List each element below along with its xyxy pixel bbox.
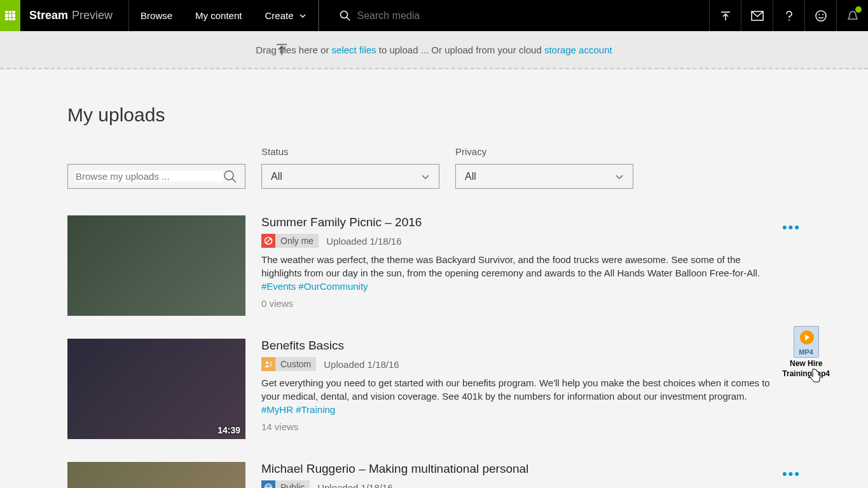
status-select[interactable]: All <box>261 164 439 189</box>
video-item: 14:39 Benefits Basics Custom Uploaded 1/… <box>67 339 801 439</box>
nav-mycontent[interactable]: My content <box>184 0 253 31</box>
waffle-icon <box>5 11 15 21</box>
uploaded-date: Uploaded 1/18/16 <box>317 482 392 489</box>
uploads-search[interactable] <box>67 164 245 189</box>
uploads-search-input[interactable] <box>76 171 223 182</box>
nav-create-label: Create <box>265 10 293 21</box>
search-icon <box>223 170 237 184</box>
privacy-value: All <box>465 171 476 182</box>
privacy-text: Only me <box>275 236 319 246</box>
nav: Browse My content Create <box>129 0 318 31</box>
privacy-text: Custom <box>275 359 316 369</box>
notifications-icon[interactable] <box>836 0 868 31</box>
video-desc-text: Get everything you need to get started w… <box>261 377 770 402</box>
select-files-link[interactable]: select files <box>332 44 376 55</box>
page-title: My uploads <box>67 104 801 126</box>
video-title[interactable]: Benefits Basics <box>261 339 775 353</box>
svg-line-1 <box>347 17 350 20</box>
storage-account-link[interactable]: storage account <box>544 44 612 55</box>
video-description: The weather was perfect, the theme was B… <box>261 253 775 293</box>
top-header: Stream Preview Browse My content Create <box>0 0 868 31</box>
help-icon[interactable] <box>773 0 804 31</box>
app-launcher[interactable] <box>0 0 20 31</box>
smiley-icon[interactable] <box>804 0 836 31</box>
status-label: Status <box>261 146 439 159</box>
privacy-filter: Privacy All <box>455 146 633 189</box>
privacy-label: Privacy <box>455 146 633 159</box>
privacy-public-icon <box>261 480 275 488</box>
header-search[interactable] <box>319 0 710 31</box>
privacy-select[interactable]: All <box>455 164 633 189</box>
svg-line-12 <box>266 238 271 243</box>
status-value: All <box>271 171 282 182</box>
uploaded-date: Uploaded 1/18/16 <box>324 359 399 370</box>
privacy-badge: Only me <box>261 234 319 248</box>
svg-point-4 <box>789 19 790 20</box>
upload-arrow-icon <box>275 43 289 57</box>
svg-point-0 <box>340 11 347 18</box>
upload-icon[interactable] <box>709 0 741 31</box>
video-item: Michael Ruggerio – Making multinational … <box>67 462 801 488</box>
brand-main: Stream <box>29 9 68 22</box>
main-content: My uploads Status All Privacy All Summer… <box>0 69 868 488</box>
video-title[interactable]: Summer Family Picnic – 2016 <box>261 215 775 229</box>
chevron-down-icon <box>299 12 307 20</box>
video-thumbnail[interactable] <box>67 462 245 488</box>
privacy-badge: Custom <box>261 357 316 371</box>
video-views: 14 views <box>261 421 775 432</box>
video-thumbnail[interactable]: 14:39 <box>67 339 245 439</box>
privacy-badge: Public <box>261 480 310 488</box>
svg-line-10 <box>232 179 236 182</box>
video-info: Benefits Basics Custom Uploaded 1/18/16 … <box>245 339 801 439</box>
more-menu[interactable]: ••• <box>782 466 801 482</box>
search-icon <box>340 10 351 22</box>
brand-sub: Preview <box>72 9 113 22</box>
privacy-onlyme-icon <box>261 234 275 248</box>
video-desc-text: The weather was perfect, the theme was B… <box>261 254 760 278</box>
privacy-custom-icon <box>261 357 275 371</box>
upload-dropzone[interactable]: Drag files here or select files to uploa… <box>0 31 868 69</box>
video-title[interactable]: Michael Ruggerio – Making multinational … <box>261 462 775 476</box>
nav-create[interactable]: Create <box>253 0 318 31</box>
upload-text2: to upload ... Or upload from your cloud <box>376 44 544 55</box>
video-tags[interactable]: #MyHR #Training <box>261 404 335 415</box>
header-icons <box>709 0 868 31</box>
mail-icon[interactable] <box>741 0 773 31</box>
video-views: 0 views <box>261 298 775 309</box>
privacy-text: Public <box>275 482 310 488</box>
svg-point-5 <box>816 11 826 21</box>
chevron-down-icon <box>421 172 430 181</box>
filters-row: Status All Privacy All <box>67 146 801 189</box>
video-tags[interactable]: #Events #OurCommunity <box>261 281 368 292</box>
brand: Stream Preview <box>20 0 129 31</box>
video-info: Summer Family Picnic – 2016 Only me Uplo… <box>245 215 801 316</box>
more-menu[interactable]: ••• <box>782 219 801 236</box>
video-info: Michael Ruggerio – Making multinational … <box>245 462 801 488</box>
svg-point-7 <box>822 14 823 15</box>
uploaded-date: Uploaded 1/18/16 <box>326 236 401 247</box>
video-thumbnail[interactable] <box>67 215 245 316</box>
video-description: Get everything you need to get started w… <box>261 376 775 416</box>
svg-point-13 <box>266 362 268 364</box>
video-duration: 14:39 <box>217 425 240 435</box>
svg-point-6 <box>818 14 820 15</box>
search-input[interactable] <box>357 10 548 22</box>
svg-point-9 <box>224 171 233 180</box>
video-item: Summer Family Picnic – 2016 Only me Uplo… <box>67 215 801 316</box>
chevron-down-icon <box>615 172 624 181</box>
status-filter: Status All <box>261 146 439 189</box>
nav-browse[interactable]: Browse <box>129 0 184 31</box>
upload-text1: Drag files here or <box>256 44 331 55</box>
notification-dot <box>855 6 862 13</box>
